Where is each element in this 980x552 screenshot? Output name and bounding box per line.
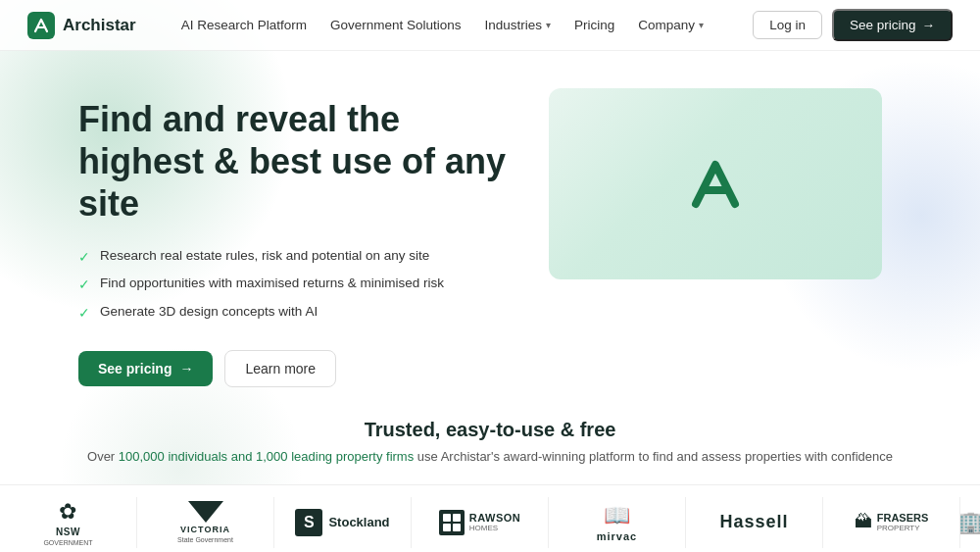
nav-links: AI Research Platform Government Solution… <box>172 12 754 38</box>
nav-actions: Log in See pricing → <box>753 9 953 41</box>
check-icon-3: ✓ <box>78 304 90 324</box>
nav-link-ai-research[interactable]: AI Research Platform <box>172 12 317 38</box>
login-button[interactable]: Log in <box>753 11 822 39</box>
hero-left: Find and reveal the highest & best use o… <box>78 98 510 387</box>
archistar-logo-icon <box>27 12 55 39</box>
trusted-section: Trusted, easy-to-use & free Over 100,000… <box>0 419 980 467</box>
feature-item: ✓ Find opportunities with maximised retu… <box>78 275 510 295</box>
hero-image <box>549 88 882 279</box>
company-chevron-icon: ▾ <box>699 20 704 30</box>
nav-logo-text: Archistar <box>63 16 136 35</box>
trusted-subtitle: Over 100,000 individuals and 1,000 leadi… <box>59 447 921 467</box>
industries-chevron-icon: ▾ <box>546 20 551 30</box>
frasers-logo: 🏔 FRASERS PROPERTY <box>823 497 960 548</box>
hero-buttons: See pricing → Learn more <box>78 350 510 387</box>
partial-building-icon: 🏢 <box>960 510 980 535</box>
rawson-logo: RAWSON HOMES <box>412 497 549 548</box>
stockland-icon: S <box>295 509 322 536</box>
feature-item: ✓ Research real estate rules, risk and p… <box>78 247 510 268</box>
hero-section: Find and reveal the highest & best use o… <box>0 51 980 387</box>
hero-see-pricing-button[interactable]: See pricing → <box>78 351 213 386</box>
check-icon-2: ✓ <box>78 276 90 295</box>
check-icon-1: ✓ <box>78 248 90 268</box>
nav-link-industries[interactable]: Industries ▾ <box>475 12 562 38</box>
nav-link-pricing[interactable]: Pricing <box>564 12 624 38</box>
frasers-icon: 🏔 <box>855 512 872 532</box>
nav-logo[interactable]: Archistar <box>27 12 136 39</box>
hero-pricing-arrow-icon: → <box>179 361 193 376</box>
hassell-logo: Hassell <box>686 497 823 548</box>
hero-learn-more-button[interactable]: Learn more <box>224 350 336 387</box>
victoria-logo: VICTORIA State Government <box>137 497 274 548</box>
hero-logo-mark-icon <box>684 153 747 216</box>
svg-rect-0 <box>27 12 55 39</box>
nsw-flower-icon: ✿ <box>59 499 76 525</box>
navbar: Archistar AI Research Platform Governmen… <box>0 0 980 51</box>
hero-title: Find and reveal the highest & best use o… <box>78 98 510 226</box>
nav-link-company[interactable]: Company ▾ <box>628 12 713 38</box>
feature-item: ✓ Generate 3D design concepts with AI <box>78 303 510 324</box>
stockland-logo: S Stockland <box>274 497 412 548</box>
mirvac-book-icon: 📖 <box>604 503 630 528</box>
victoria-triangle-icon <box>188 501 223 523</box>
hero-features: ✓ Research real estate rules, risk and p… <box>78 247 510 324</box>
nav-see-pricing-button[interactable]: See pricing → <box>832 9 953 41</box>
partial-logo: 🏢 <box>960 497 980 548</box>
nav-cta-arrow-icon: → <box>922 18 936 32</box>
mirvac-logo: 📖 mirvac <box>549 497 686 548</box>
nsw-logo: ✿ NSW GOVERNMENT <box>0 497 137 548</box>
partner-logo-bar: ✿ NSW GOVERNMENT VICTORIA State Governme… <box>0 484 980 552</box>
rawson-grid-icon <box>439 510 465 535</box>
nav-link-government[interactable]: Government Solutions <box>320 12 471 38</box>
trusted-title: Trusted, easy-to-use & free <box>59 419 921 441</box>
